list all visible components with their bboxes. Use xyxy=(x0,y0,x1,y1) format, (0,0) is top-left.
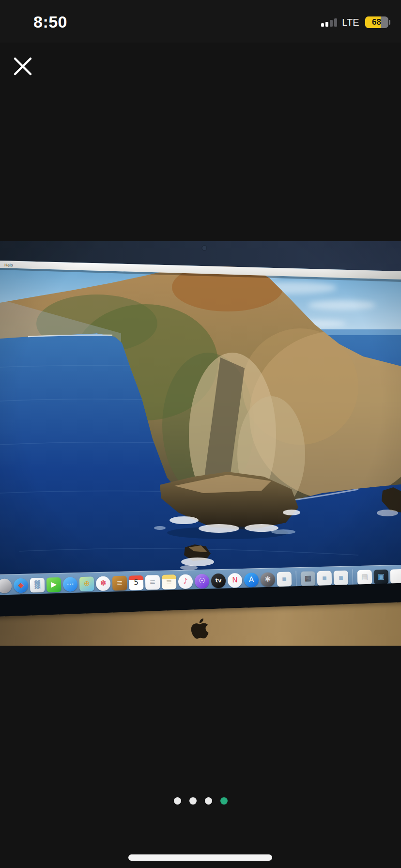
close-button[interactable] xyxy=(11,54,34,78)
minimized-window-icon: ▣ xyxy=(374,569,389,584)
safari-icon: ◆ xyxy=(14,578,29,593)
home-indicator[interactable] xyxy=(128,854,272,861)
facetime-icon: ▶ xyxy=(46,577,62,592)
page-dot-2[interactable] xyxy=(189,797,197,805)
picture-file-icon: ▓ xyxy=(30,577,45,592)
contacts-icon: ≡ xyxy=(112,575,127,590)
page-dot-1[interactable] xyxy=(174,797,181,805)
reminders-icon: ≡ xyxy=(145,575,160,590)
battery-icon: 68 xyxy=(365,16,391,28)
network-type-label: LTE xyxy=(342,17,359,28)
chip-utility-icon: ▦ xyxy=(301,571,316,586)
system-preferences-icon: ✱ xyxy=(261,572,276,587)
trash-icon xyxy=(390,569,401,584)
messages-icon: ⋯ xyxy=(63,577,78,592)
maps-icon: ⊕ xyxy=(79,576,94,591)
dock-divider xyxy=(296,571,297,587)
notes-icon: ≡ xyxy=(162,574,177,589)
cellular-signal-icon xyxy=(321,18,337,27)
close-icon xyxy=(11,54,34,78)
page-dot-4[interactable] xyxy=(220,797,228,805)
app-placeholder-icon: ▪ xyxy=(277,572,292,587)
calendar-icon: 5 xyxy=(129,575,144,590)
battery-percent: 68 xyxy=(365,16,388,28)
battery-cap xyxy=(389,20,390,25)
apple-tv-icon: tv xyxy=(211,573,226,588)
app-placeholder-3-icon: ▪ xyxy=(334,570,349,585)
app-placeholder-2-icon: ▪ xyxy=(317,571,332,586)
music-icon: ♪ xyxy=(178,574,193,589)
photos-icon: ✽ xyxy=(96,576,111,591)
news-icon: N xyxy=(228,573,243,588)
launchpad-icon xyxy=(0,578,12,593)
status-right-cluster: LTE 68 xyxy=(321,16,390,28)
app-store-icon: A xyxy=(244,573,259,588)
photo-viewer-screen: 8:50 LTE 68 xyxy=(0,0,401,868)
page-dot-3[interactable] xyxy=(205,797,212,805)
status-time: 8:50 xyxy=(26,13,75,31)
status-bar: 8:50 LTE 68 xyxy=(0,0,401,43)
apple-logo-icon xyxy=(191,617,210,639)
page-indicator[interactable] xyxy=(0,797,401,805)
podcasts-icon: ☉ xyxy=(195,574,210,589)
photo-imac-desktop[interactable]: Help ◆▓▶⋯⊕✽≡5≡≡♪☉tvNA✱▪▦▪▪▤▣ xyxy=(0,241,401,646)
document-icon: ▤ xyxy=(357,570,372,585)
dock-divider xyxy=(353,569,354,586)
